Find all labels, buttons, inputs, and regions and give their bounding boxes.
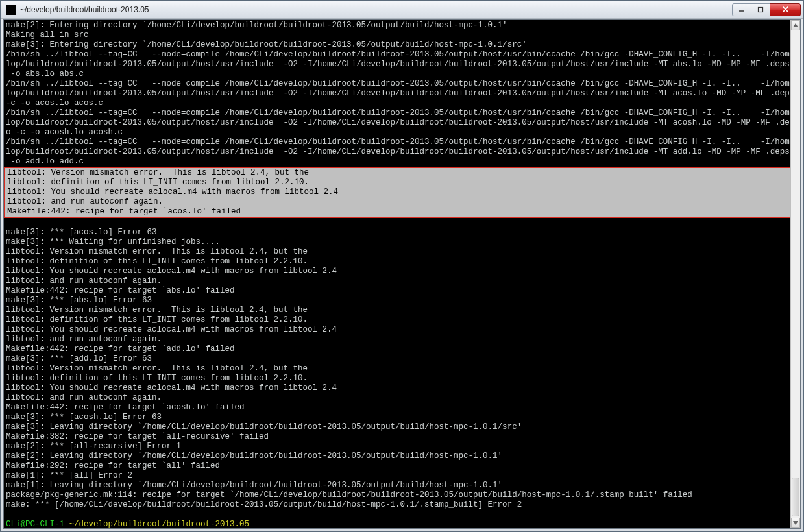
close-button[interactable] — [770, 3, 801, 16]
terminal-content[interactable]: make[2]: Entering directory `/home/CLi/d… — [4, 20, 790, 528]
svg-marker-4 — [793, 23, 798, 27]
close-icon — [782, 6, 789, 13]
chevron-up-icon — [793, 23, 798, 27]
prompt-user: CLi@PC-CLI-1 — [6, 520, 69, 528]
svg-rect-1 — [759, 7, 763, 12]
scrollbar-track[interactable] — [791, 30, 800, 518]
maximize-icon — [757, 6, 764, 13]
prompt-path: ~/develop/buildroot/buildroot-2013.05 — [69, 520, 250, 528]
scrollbar[interactable] — [790, 20, 800, 528]
terminal-window: ~/develop/buildroot/buildroot-2013.05 ma… — [0, 0, 804, 532]
minimize-button[interactable] — [732, 3, 751, 16]
terminal-viewport: make[2]: Entering directory `/home/CLi/d… — [3, 19, 801, 529]
minimize-icon — [738, 6, 745, 13]
scroll-up-button[interactable] — [791, 20, 800, 30]
maximize-button[interactable] — [751, 3, 770, 16]
scroll-down-button[interactable] — [791, 518, 800, 528]
titlebar[interactable]: ~/develop/buildroot/buildroot-2013.05 — [1, 1, 803, 19]
window-controls — [733, 3, 801, 16]
window-title: ~/develop/buildroot/buildroot-2013.05 — [20, 5, 733, 14]
app-icon — [6, 5, 16, 15]
chevron-down-icon — [793, 521, 798, 525]
scrollbar-thumb[interactable] — [792, 478, 799, 516]
svg-marker-5 — [793, 521, 798, 525]
